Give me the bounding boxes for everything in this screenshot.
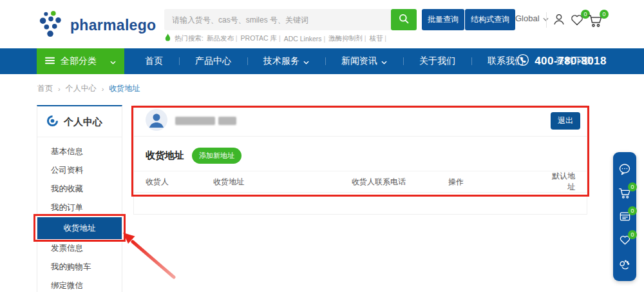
hot-search-link[interactable]: 核苷	[369, 34, 386, 43]
address-table-header: 收货人 收货地址 收货人联系电话 操作 默认地址	[134, 171, 587, 193]
chevron-down-icon	[303, 56, 309, 66]
molecule-logo-icon	[37, 8, 64, 42]
header-divider	[546, 12, 547, 28]
nav-item-label: 产品中心	[195, 55, 231, 67]
cart-icon[interactable]: 0	[587, 14, 603, 30]
global-language-selector[interactable]: Global	[515, 14, 549, 23]
nav-item-label: 关于我们	[419, 55, 455, 67]
sidebar-item-shipping-address[interactable]: 收货地址	[37, 217, 122, 239]
phone-number: 400-780-8018	[535, 55, 607, 68]
nav-item-label: 技术服务	[263, 55, 299, 67]
col-recipient: 收货人	[146, 177, 213, 188]
hot-search-link[interactable]: 新品发布	[207, 34, 238, 43]
col-default: 默认地址	[545, 171, 575, 193]
logo[interactable]: pharmalego	[37, 8, 156, 42]
structure-query-button[interactable]: 结构式查询	[465, 9, 515, 30]
sidebar-item-company-info[interactable]: 公司资料	[37, 161, 122, 180]
search-bar	[164, 9, 417, 30]
sidebar-items: 基本信息 公司资料 我的收藏 我的订单 收货地址 发票信息 我的购物车 绑定微信	[37, 137, 122, 292]
search-button[interactable]	[391, 9, 417, 30]
breadcrumb-personal-center[interactable]: 个人中心	[66, 83, 97, 94]
hamburger-icon	[45, 56, 55, 66]
hot-search-link[interactable]: ADC Linkers	[284, 35, 326, 43]
breadcrumb: 首页 › 个人中心 › 收货地址	[37, 83, 140, 94]
float-favorites-badge: 0	[628, 230, 637, 239]
shipping-address-panel: 退出 收货地址 添加新地址 收货人 收货地址 收货人联系电话 操作 默认地址	[133, 105, 587, 215]
breadcrumb-home[interactable]: 首页	[37, 83, 53, 94]
orders-icon[interactable]: 0	[618, 210, 631, 223]
search-icon	[398, 13, 410, 26]
col-phone: 收货人联系电话	[352, 177, 448, 188]
nav-item-home[interactable]: 首页	[129, 48, 179, 74]
hot-search-label: 热门搜索:	[175, 34, 204, 43]
nav-item-label: 新闻资讯	[341, 55, 377, 67]
global-label: Global	[515, 14, 540, 23]
footprint-icon[interactable]	[618, 258, 631, 271]
batch-query-button[interactable]: 批量查询	[422, 9, 464, 30]
avatar	[146, 109, 167, 133]
all-categories-button[interactable]: 全部分类	[37, 48, 124, 74]
search-input[interactable]	[164, 9, 391, 30]
cart-badge: 0	[600, 10, 609, 19]
section-title: 收货地址	[146, 150, 184, 162]
col-actions: 操作	[448, 177, 545, 188]
personal-center-icon	[46, 115, 59, 129]
chevron-down-icon	[110, 56, 116, 66]
nav-item-tech-services[interactable]: 技术服务	[247, 48, 325, 74]
breadcrumb-separator: ›	[58, 85, 61, 93]
chevron-down-icon	[381, 56, 387, 66]
section-header: 收货地址 添加新地址	[134, 137, 587, 171]
nav-item-products[interactable]: 产品中心	[179, 48, 247, 74]
float-cart-icon[interactable]: 0	[618, 186, 631, 199]
logo-text: pharmalego	[70, 17, 156, 34]
sidebar-item-shopping-cart[interactable]: 我的购物车	[37, 258, 122, 277]
customer-service-icon[interactable]	[618, 162, 631, 175]
float-heart-icon[interactable]: 0	[618, 234, 631, 247]
sidebar-item-orders[interactable]: 我的订单	[37, 199, 122, 217]
sidebar-item-basic-info[interactable]: 基本信息	[37, 142, 122, 161]
breadcrumb-separator: ›	[102, 85, 104, 93]
add-address-button[interactable]: 添加新地址	[192, 148, 242, 164]
sidebar-title: 个人中心	[64, 116, 102, 128]
nav-item-news[interactable]: 新闻资讯	[325, 48, 403, 74]
user-row: 退出	[134, 106, 587, 137]
breadcrumb-current: 收货地址	[109, 83, 140, 94]
logout-button[interactable]: 退出	[551, 112, 580, 130]
float-cart-badge: 0	[628, 182, 637, 191]
nav-item-about[interactable]: 关于我们	[403, 48, 471, 74]
favorites-icon[interactable]: 0	[570, 14, 584, 29]
hot-search-row: 热门搜索: 新品发布 PROTAC 库 ADC Linkers 激酶抑制剂 核苷	[164, 34, 386, 43]
account-icon[interactable]	[552, 12, 566, 29]
hot-search-link[interactable]: PROTAC 库	[241, 34, 281, 43]
top-header: pharmalego 批量查询 结构式查询 Global 0	[0, 0, 644, 48]
orders-badge: 0	[628, 206, 637, 215]
all-categories-label: 全部分类	[61, 55, 97, 67]
sidebar-item-favorites[interactable]: 我的收藏	[37, 180, 122, 199]
masked-username	[175, 117, 236, 125]
col-address: 收货地址	[213, 177, 352, 188]
main-nav: 全部分类 首页 产品中心 技术服务 新闻资讯 关于我们 联系我们	[0, 48, 644, 74]
hot-search-link[interactable]: 激酶抑制剂	[328, 34, 366, 43]
sidebar-item-bind-wechat[interactable]: 绑定微信	[37, 277, 122, 292]
sidebar-item-invoice-info[interactable]: 发票信息	[37, 239, 122, 258]
phone-icon	[516, 54, 529, 70]
nav-item-label: 首页	[145, 55, 163, 67]
annotation-arrow	[116, 226, 187, 290]
floating-toolbar: 0 0 0	[613, 152, 636, 281]
service-phone: 400-780-8018	[516, 48, 607, 74]
sidebar-header: 个人中心	[37, 106, 122, 137]
flame-icon	[164, 34, 171, 43]
personal-center-sidebar: 个人中心 基本信息 公司资料 我的收藏 我的订单 收货地址 发票信息 我的购物车…	[37, 105, 122, 292]
